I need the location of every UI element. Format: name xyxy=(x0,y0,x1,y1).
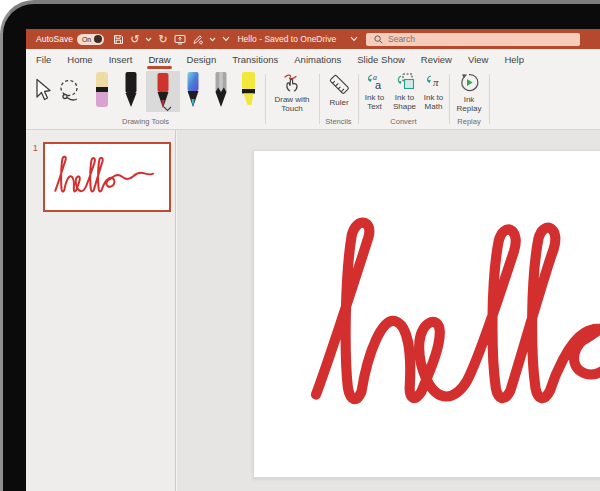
redo-icon[interactable]: ↻ xyxy=(158,32,167,46)
draw-with-touch-button[interactable]: Draw with Touch xyxy=(267,73,317,113)
pen-black-tool[interactable] xyxy=(123,72,139,114)
autosave-pill[interactable]: On xyxy=(77,34,104,45)
convert-group-label: Convert xyxy=(358,117,449,126)
ink-to-text-icon: a a xyxy=(365,73,385,90)
svg-text:π: π xyxy=(433,76,439,88)
slide-editing-area xyxy=(177,130,600,491)
ink-pen-icon[interactable] xyxy=(192,32,203,46)
pencil-tool[interactable] xyxy=(213,72,229,114)
tab-draw[interactable]: Draw xyxy=(140,49,178,70)
ink-hello xyxy=(306,209,600,441)
pencil-icon xyxy=(213,72,229,110)
eraser-icon xyxy=(94,72,110,110)
window-title-area: Hello - Saved to OneDrive xyxy=(230,34,366,44)
search-box[interactable] xyxy=(366,33,580,46)
slide-thumbnail-panel: 1 xyxy=(26,130,176,491)
ribbon-draw: Drawing Tools Draw with Touch Ruler Sten… xyxy=(26,70,600,130)
pen-dropdown-chevron[interactable] xyxy=(209,32,216,46)
undo-icon[interactable]: ↺ xyxy=(130,32,139,46)
tab-review[interactable]: Review xyxy=(413,49,460,70)
ribbon-tabs: File Home Insert Draw Design Transitions… xyxy=(26,49,600,70)
thumbnail-ink-hello xyxy=(53,154,161,200)
highlighter-tool[interactable] xyxy=(240,72,257,114)
eraser-tool[interactable] xyxy=(94,72,110,114)
ink-replay-icon xyxy=(459,73,479,92)
search-input[interactable] xyxy=(366,33,580,46)
ink-to-math-button[interactable]: π Ink to Math xyxy=(419,73,448,111)
powerpoint-window: AutoSave On ↺ ↻ xyxy=(26,29,600,491)
select-tool[interactable] xyxy=(34,78,52,106)
search-icon xyxy=(374,35,383,44)
tab-transitions[interactable]: Transitions xyxy=(224,49,286,70)
tab-help[interactable]: Help xyxy=(496,49,532,70)
pen-options-chevron[interactable] xyxy=(163,106,172,112)
tab-view[interactable]: View xyxy=(460,49,496,70)
pen-galaxy-tool[interactable] xyxy=(185,72,201,114)
ink-to-shape-button[interactable]: Ink to Shape xyxy=(390,73,419,111)
pen-red-tool-selected[interactable] xyxy=(146,71,180,112)
touch-hand-icon xyxy=(281,73,303,92)
highlighter-icon xyxy=(240,72,257,110)
save-icon[interactable] xyxy=(113,32,124,46)
drawing-tools-group-label: Drawing Tools xyxy=(26,117,265,126)
autosave-state: On xyxy=(82,36,91,43)
slide-number: 1 xyxy=(33,143,38,153)
device-bezel: AutoSave On ↺ ↻ xyxy=(0,0,600,491)
tab-file[interactable]: File xyxy=(28,49,59,70)
lasso-icon xyxy=(58,79,82,103)
ink-to-text-button[interactable]: a a Ink to Text xyxy=(360,73,389,111)
autosave-label: AutoSave xyxy=(36,34,73,44)
tab-slide-show[interactable]: Slide Show xyxy=(349,49,413,70)
tab-design[interactable]: Design xyxy=(179,49,225,70)
ruler-button[interactable]: Ruler xyxy=(322,73,356,107)
svg-text:a: a xyxy=(375,79,382,90)
ruler-icon xyxy=(328,73,350,95)
autosave-knob xyxy=(94,35,102,43)
tab-insert[interactable]: Insert xyxy=(101,49,141,70)
present-icon[interactable] xyxy=(174,32,186,46)
window-title: Hello - Saved to OneDrive xyxy=(237,34,336,44)
pen-icon xyxy=(123,72,139,110)
slide-canvas[interactable] xyxy=(253,150,600,478)
lasso-select-tool[interactable] xyxy=(58,79,82,107)
title-dropdown-chevron[interactable] xyxy=(350,36,358,42)
stencils-group-label: Stencils xyxy=(319,117,358,126)
slide-thumbnail[interactable] xyxy=(43,142,171,212)
pen-icon xyxy=(185,72,201,110)
tab-home[interactable]: Home xyxy=(59,49,100,70)
undo-dropdown-chevron[interactable] xyxy=(145,32,152,46)
titlebar: AutoSave On ↺ ↻ xyxy=(26,29,600,49)
tab-animations[interactable]: Animations xyxy=(286,49,349,70)
ink-replay-button[interactable]: Ink Replay xyxy=(451,73,487,113)
workspace: 1 xyxy=(26,130,600,491)
autosave-toggle[interactable]: AutoSave On xyxy=(36,34,104,45)
replay-group-label: Replay xyxy=(449,117,489,126)
cursor-arrow-icon xyxy=(34,78,52,102)
ink-to-shape-icon xyxy=(395,73,415,90)
more-commands-chevron[interactable] xyxy=(222,32,230,46)
ink-to-math-icon: π xyxy=(424,73,444,90)
